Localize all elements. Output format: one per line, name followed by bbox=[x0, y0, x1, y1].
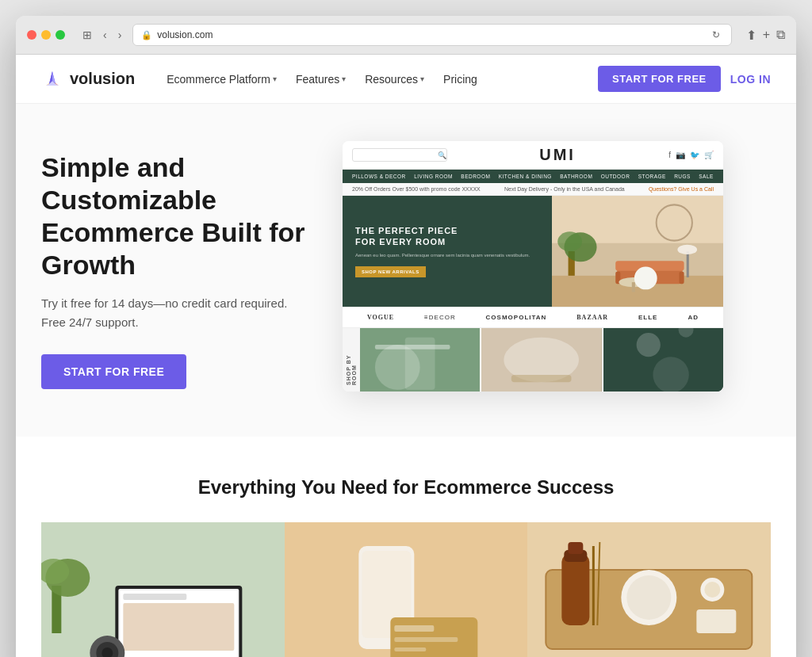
refresh-button[interactable]: ↻ bbox=[709, 28, 723, 42]
svg-point-13 bbox=[557, 231, 582, 251]
preview-hero-body: Aenean eu leo quam. Pellentesque ornare … bbox=[355, 252, 539, 258]
preview-hero-right bbox=[552, 196, 723, 307]
svg-rect-61 bbox=[569, 542, 584, 554]
preview-nav-outdoor: OUTDOOR bbox=[601, 174, 630, 179]
svg-point-21 bbox=[677, 245, 697, 254]
preview-shop-img-1 bbox=[360, 328, 480, 392]
preview-hero-section: THE PERFECT PIECEFOR EVERY ROOM Aenean e… bbox=[343, 196, 723, 307]
nav-resources[interactable]: Resources ▾ bbox=[357, 68, 432, 90]
preview-logo-elle: ELLE bbox=[638, 314, 657, 321]
preview-hero-title: THE PERFECT PIECEFOR EVERY ROOM bbox=[355, 225, 539, 248]
svg-rect-59 bbox=[562, 554, 590, 625]
facebook-icon: f bbox=[668, 151, 671, 159]
browser-window: ⊞ ‹ › 🔒 volusion.com ↻ ⬆ + ⧉ bbox=[16, 16, 796, 657]
lock-icon: 🔒 bbox=[141, 30, 152, 40]
preview-logo-cosmopolitan: COSMOPOLITAN bbox=[486, 314, 547, 321]
chevron-down-icon: ▾ bbox=[420, 74, 424, 83]
preview-announce-left: 20% Off Orders Over $500 with promo code… bbox=[352, 186, 481, 192]
hero-title: Simple and Customizable Ecommerce Built … bbox=[41, 151, 311, 281]
twitter-icon: 🐦 bbox=[690, 151, 699, 159]
preview-logo-ad: AD bbox=[688, 314, 699, 321]
preview-nav-pillows: PILLOWS & DECOR bbox=[352, 174, 406, 179]
section-images bbox=[41, 522, 771, 657]
svg-point-33 bbox=[653, 357, 688, 392]
logo-link[interactable]: volusion bbox=[41, 68, 135, 90]
hero-subtitle: Try it free for 14 days—no credit card r… bbox=[41, 294, 311, 332]
nav-links: Ecommerce Platform ▾ Features ▾ Resource… bbox=[159, 68, 598, 90]
preview-brand-name: UMI bbox=[539, 146, 576, 164]
svg-rect-53 bbox=[394, 625, 434, 632]
chevron-down-icon: ▾ bbox=[273, 74, 277, 83]
logo-text: volusion bbox=[70, 70, 135, 88]
svg-rect-19 bbox=[632, 282, 635, 292]
chevron-down-icon: ▾ bbox=[342, 74, 346, 83]
preview-logos: VOGUE ≡DECOR COSMOPOLITAN BAZAAR ELLE AD bbox=[343, 307, 723, 328]
preview-shop-img-3 bbox=[603, 328, 723, 392]
preview-hero-left: THE PERFECT PIECEFOR EVERY ROOM Aenean e… bbox=[343, 196, 552, 307]
nav-pricing[interactable]: Pricing bbox=[435, 68, 485, 90]
share-button[interactable]: ⬆ bbox=[746, 28, 756, 43]
hero-cta-button[interactable]: START FOR FREE bbox=[41, 354, 186, 389]
preview-shop: SHOP BY ROOM bbox=[343, 328, 723, 392]
nav-start-button[interactable]: START FOR FREE bbox=[598, 66, 721, 92]
preview-shop-label: SHOP BY ROOM bbox=[343, 328, 360, 392]
nav-actions: START FOR FREE LOG IN bbox=[598, 66, 771, 92]
minimize-dot[interactable] bbox=[41, 30, 51, 40]
preview-announce-center: Next Day Delivery - Only in the USA and … bbox=[504, 186, 625, 192]
preview-nav-sale: SALE bbox=[699, 174, 714, 179]
maximize-dot[interactable] bbox=[56, 30, 65, 40]
preview-nav-storage: STORAGE bbox=[638, 174, 666, 179]
svg-rect-43 bbox=[123, 603, 234, 651]
preview-nav-kitchen: KITCHEN & DINING bbox=[499, 174, 552, 179]
svg-rect-55 bbox=[394, 647, 426, 651]
section-title: Everything You Need for Ecommerce Succes… bbox=[41, 476, 771, 498]
svg-point-22 bbox=[634, 267, 657, 290]
preview-nav-rugs: RUGS bbox=[674, 174, 691, 179]
preview-logo-bazaar: BAZAAR bbox=[576, 314, 608, 321]
svg-rect-66 bbox=[697, 609, 737, 633]
cart-icon: 🛒 bbox=[704, 151, 714, 159]
browser-dots bbox=[27, 30, 65, 40]
website-content: volusion Ecommerce Platform ▾ Features ▾… bbox=[16, 55, 796, 657]
back-button[interactable]: ‹ bbox=[100, 27, 110, 43]
sidebar-toggle-button[interactable]: ⊞ bbox=[79, 27, 95, 43]
preview-nav: PILLOWS & DECOR LIVING ROOM BEDROOM KITC… bbox=[343, 170, 723, 183]
tabs-button[interactable]: ⧉ bbox=[776, 28, 785, 43]
instagram-icon: 📷 bbox=[676, 151, 685, 159]
browser-actions: ⬆ + ⧉ bbox=[746, 28, 785, 43]
svg-rect-26 bbox=[405, 338, 435, 390]
preview-nav-bedroom: BEDROOM bbox=[461, 174, 490, 179]
preview-logo-vogue: VOGUE bbox=[367, 314, 394, 321]
preview-hero-image bbox=[552, 196, 723, 307]
main-nav: volusion Ecommerce Platform ▾ Features ▾… bbox=[16, 55, 796, 104]
svg-marker-4 bbox=[46, 81, 59, 86]
preview-nav-bathroom: BATHROOM bbox=[560, 174, 592, 179]
nav-features[interactable]: Features ▾ bbox=[288, 68, 354, 90]
preview-nav-living: LIVING ROOM bbox=[414, 174, 453, 179]
section-img-phone bbox=[285, 522, 528, 657]
preview-announce: 20% Off Orders Over $500 with promo code… bbox=[343, 183, 723, 196]
preview-shop-img-2 bbox=[481, 328, 601, 392]
preview-social-icons: f 📷 🐦 🛒 bbox=[668, 151, 714, 159]
nav-login-button[interactable]: LOG IN bbox=[730, 73, 771, 86]
close-dot[interactable] bbox=[27, 30, 36, 40]
svg-point-31 bbox=[636, 333, 660, 357]
svg-rect-42 bbox=[123, 594, 186, 600]
svg-point-63 bbox=[627, 575, 672, 620]
svg-rect-29 bbox=[511, 375, 572, 382]
hero-preview-window: 🔍 UMI f 📷 🐦 🛒 PILLOWS & DECOR LIVING ROO… bbox=[343, 141, 723, 392]
address-bar[interactable]: 🔒 volusion.com ↻ bbox=[132, 24, 731, 46]
preview-search-icon: 🔍 bbox=[438, 151, 446, 159]
nav-ecommerce-platform[interactable]: Ecommerce Platform ▾ bbox=[159, 68, 285, 90]
section-img-laptop bbox=[41, 522, 285, 657]
browser-controls: ⊞ ‹ › bbox=[79, 27, 124, 43]
new-tab-button[interactable]: + bbox=[763, 28, 770, 43]
hero-content: Simple and Customizable Ecommerce Built … bbox=[41, 143, 311, 388]
features-section: Everything You Need for Ecommerce Succes… bbox=[16, 437, 796, 657]
forward-button[interactable]: › bbox=[115, 27, 125, 43]
preview-hero-cta: SHOP NEW ARRIVALS bbox=[355, 266, 426, 277]
url-text: volusion.com bbox=[157, 29, 213, 40]
svg-rect-17 bbox=[679, 272, 684, 284]
preview-search-input bbox=[352, 148, 447, 162]
browser-titlebar: ⊞ ‹ › 🔒 volusion.com ↻ ⬆ + ⧉ bbox=[16, 16, 796, 55]
